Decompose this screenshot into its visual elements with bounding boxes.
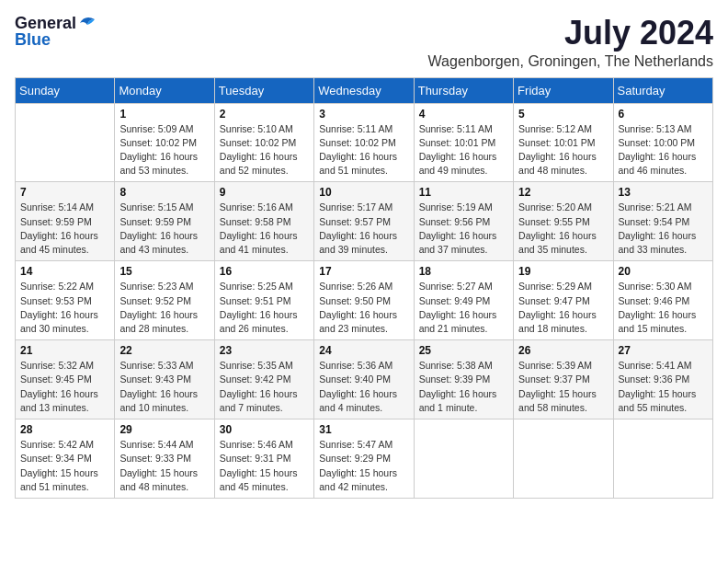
day-number: 12 xyxy=(518,186,608,199)
day-info: Sunrise: 5:17 AM Sunset: 9:57 PM Dayligh… xyxy=(319,201,408,257)
day-info: Sunrise: 5:25 AM Sunset: 9:51 PM Dayligh… xyxy=(220,280,309,336)
day-number: 17 xyxy=(319,265,408,278)
day-info: Sunrise: 5:19 AM Sunset: 9:56 PM Dayligh… xyxy=(419,201,508,257)
day-info: Sunrise: 5:26 AM Sunset: 9:50 PM Dayligh… xyxy=(319,280,408,336)
day-info: Sunrise: 5:22 AM Sunset: 9:53 PM Dayligh… xyxy=(20,280,109,336)
day-number: 1 xyxy=(119,108,209,121)
calendar-week-row: 21Sunrise: 5:32 AM Sunset: 9:45 PM Dayli… xyxy=(16,340,713,419)
day-number: 25 xyxy=(419,344,508,357)
day-info: Sunrise: 5:38 AM Sunset: 9:39 PM Dayligh… xyxy=(419,359,508,415)
day-info: Sunrise: 5:20 AM Sunset: 9:55 PM Dayligh… xyxy=(518,201,608,257)
calendar-week-row: 28Sunrise: 5:42 AM Sunset: 9:34 PM Dayli… xyxy=(16,419,713,499)
day-number: 11 xyxy=(419,186,508,199)
day-info: Sunrise: 5:32 AM Sunset: 9:45 PM Dayligh… xyxy=(20,359,109,415)
day-number: 18 xyxy=(419,265,508,278)
weekday-header-row: Sunday Monday Tuesday Wednesday Thursday… xyxy=(16,77,713,103)
day-number: 26 xyxy=(518,344,608,357)
day-number: 28 xyxy=(20,423,109,436)
day-info: Sunrise: 5:29 AM Sunset: 9:47 PM Dayligh… xyxy=(518,280,608,336)
day-number: 13 xyxy=(619,186,708,199)
day-info: Sunrise: 5:23 AM Sunset: 9:52 PM Dayligh… xyxy=(119,280,209,336)
day-info: Sunrise: 5:42 AM Sunset: 9:34 PM Dayligh… xyxy=(20,438,109,494)
table-row: 12Sunrise: 5:20 AM Sunset: 9:55 PM Dayli… xyxy=(514,182,613,261)
day-info: Sunrise: 5:35 AM Sunset: 9:42 PM Dayligh… xyxy=(220,359,309,415)
day-number: 9 xyxy=(220,186,309,199)
table-row: 14Sunrise: 5:22 AM Sunset: 9:53 PM Dayli… xyxy=(16,261,115,340)
table-row: 19Sunrise: 5:29 AM Sunset: 9:47 PM Dayli… xyxy=(514,261,613,340)
table-row: 22Sunrise: 5:33 AM Sunset: 9:43 PM Dayli… xyxy=(115,340,214,419)
day-number: 6 xyxy=(619,108,708,121)
table-row: 10Sunrise: 5:17 AM Sunset: 9:57 PM Dayli… xyxy=(314,182,414,261)
table-row: 18Sunrise: 5:27 AM Sunset: 9:49 PM Dayli… xyxy=(414,261,513,340)
day-number: 29 xyxy=(119,423,209,436)
location-subtitle: Wagenborgen, Groningen, The Netherlands xyxy=(428,53,713,70)
day-info: Sunrise: 5:41 AM Sunset: 9:36 PM Dayligh… xyxy=(619,359,708,415)
day-info: Sunrise: 5:44 AM Sunset: 9:33 PM Dayligh… xyxy=(119,438,209,494)
calendar-week-row: 7Sunrise: 5:14 AM Sunset: 9:59 PM Daylig… xyxy=(16,182,713,261)
table-row: 6Sunrise: 5:13 AM Sunset: 10:00 PM Dayli… xyxy=(613,103,712,182)
title-area: July 2024 Wagenborgen, Groningen, The Ne… xyxy=(428,15,713,70)
day-number: 19 xyxy=(518,265,608,278)
table-row: 30Sunrise: 5:46 AM Sunset: 9:31 PM Dayli… xyxy=(214,419,313,499)
header-friday: Friday xyxy=(514,77,613,103)
table-row xyxy=(16,103,115,182)
table-row: 16Sunrise: 5:25 AM Sunset: 9:51 PM Dayli… xyxy=(214,261,313,340)
table-row: 17Sunrise: 5:26 AM Sunset: 9:50 PM Dayli… xyxy=(314,261,414,340)
day-number: 27 xyxy=(619,344,708,357)
table-row xyxy=(514,419,613,499)
table-row: 26Sunrise: 5:39 AM Sunset: 9:37 PM Dayli… xyxy=(514,340,613,419)
table-row: 1Sunrise: 5:09 AM Sunset: 10:02 PM Dayli… xyxy=(115,103,214,182)
day-number: 30 xyxy=(220,423,309,436)
day-info: Sunrise: 5:13 AM Sunset: 10:00 PM Daylig… xyxy=(619,122,708,178)
day-info: Sunrise: 5:27 AM Sunset: 9:49 PM Dayligh… xyxy=(419,280,508,336)
day-info: Sunrise: 5:14 AM Sunset: 9:59 PM Dayligh… xyxy=(20,201,109,257)
day-number: 21 xyxy=(20,344,109,357)
day-number: 10 xyxy=(319,186,408,199)
header-monday: Monday xyxy=(115,77,214,103)
table-row: 7Sunrise: 5:14 AM Sunset: 9:59 PM Daylig… xyxy=(16,182,115,261)
day-number: 8 xyxy=(119,186,209,199)
day-info: Sunrise: 5:47 AM Sunset: 9:29 PM Dayligh… xyxy=(319,438,408,494)
day-number: 24 xyxy=(319,344,408,357)
table-row: 31Sunrise: 5:47 AM Sunset: 9:29 PM Dayli… xyxy=(314,419,414,499)
table-row: 15Sunrise: 5:23 AM Sunset: 9:52 PM Dayli… xyxy=(115,261,214,340)
page-header: General Blue July 2024 Wagenborgen, Gron… xyxy=(15,15,713,70)
header-thursday: Thursday xyxy=(414,77,513,103)
day-info: Sunrise: 5:10 AM Sunset: 10:02 PM Daylig… xyxy=(220,122,309,178)
day-number: 16 xyxy=(220,265,309,278)
day-number: 7 xyxy=(20,186,109,199)
day-info: Sunrise: 5:39 AM Sunset: 9:37 PM Dayligh… xyxy=(518,359,608,415)
header-saturday: Saturday xyxy=(613,77,712,103)
day-number: 4 xyxy=(419,108,508,121)
day-number: 22 xyxy=(119,344,209,357)
table-row: 2Sunrise: 5:10 AM Sunset: 10:02 PM Dayli… xyxy=(214,103,313,182)
table-row: 11Sunrise: 5:19 AM Sunset: 9:56 PM Dayli… xyxy=(414,182,513,261)
day-info: Sunrise: 5:15 AM Sunset: 9:59 PM Dayligh… xyxy=(119,201,209,257)
day-number: 23 xyxy=(220,344,309,357)
table-row xyxy=(613,419,712,499)
table-row: 3Sunrise: 5:11 AM Sunset: 10:02 PM Dayli… xyxy=(314,103,414,182)
day-number: 5 xyxy=(518,108,608,121)
table-row: 9Sunrise: 5:16 AM Sunset: 9:58 PM Daylig… xyxy=(214,182,313,261)
day-info: Sunrise: 5:09 AM Sunset: 10:02 PM Daylig… xyxy=(119,122,209,178)
table-row: 8Sunrise: 5:15 AM Sunset: 9:59 PM Daylig… xyxy=(115,182,214,261)
day-info: Sunrise: 5:11 AM Sunset: 10:01 PM Daylig… xyxy=(419,122,508,178)
table-row: 25Sunrise: 5:38 AM Sunset: 9:39 PM Dayli… xyxy=(414,340,513,419)
month-title: July 2024 xyxy=(428,15,713,52)
header-tuesday: Tuesday xyxy=(214,77,313,103)
day-info: Sunrise: 5:21 AM Sunset: 9:54 PM Dayligh… xyxy=(619,201,708,257)
table-row: 27Sunrise: 5:41 AM Sunset: 9:36 PM Dayli… xyxy=(613,340,712,419)
table-row: 23Sunrise: 5:35 AM Sunset: 9:42 PM Dayli… xyxy=(214,340,313,419)
logo-bird-icon xyxy=(78,16,98,30)
table-row: 21Sunrise: 5:32 AM Sunset: 9:45 PM Dayli… xyxy=(16,340,115,419)
calendar-week-row: 1Sunrise: 5:09 AM Sunset: 10:02 PM Dayli… xyxy=(16,103,713,182)
day-number: 3 xyxy=(319,108,408,121)
day-number: 31 xyxy=(319,423,408,436)
header-wednesday: Wednesday xyxy=(314,77,414,103)
calendar-table: Sunday Monday Tuesday Wednesday Thursday… xyxy=(15,77,713,499)
day-number: 15 xyxy=(119,265,209,278)
table-row: 28Sunrise: 5:42 AM Sunset: 9:34 PM Dayli… xyxy=(16,419,115,499)
header-sunday: Sunday xyxy=(16,77,115,103)
logo-general: General xyxy=(15,15,76,31)
day-info: Sunrise: 5:30 AM Sunset: 9:46 PM Dayligh… xyxy=(619,280,708,336)
